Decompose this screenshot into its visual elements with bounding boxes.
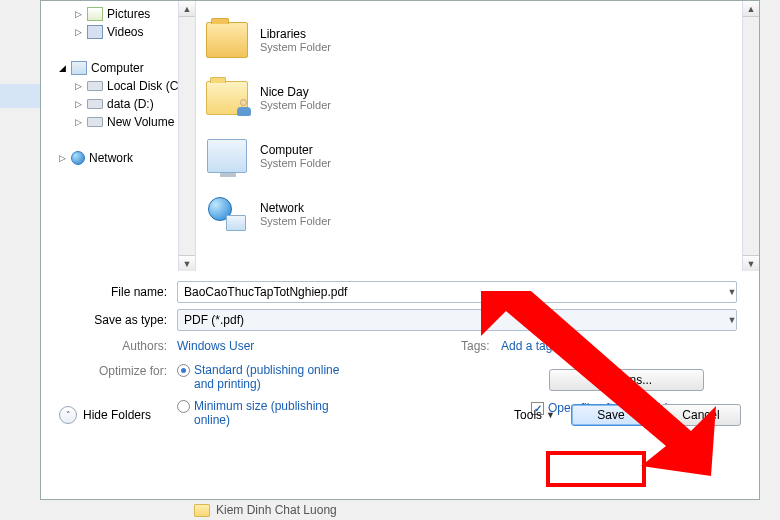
tools-menu[interactable]: Tools ▼ — [514, 408, 555, 422]
folder-name: Libraries — [260, 27, 331, 41]
tree-label: Local Disk (C:) — [107, 78, 186, 94]
expand-icon: ▷ — [73, 81, 83, 91]
folder-icon — [206, 81, 248, 115]
collapse-icon: ◢ — [57, 63, 67, 73]
tools-label: Tools — [514, 408, 542, 422]
authors-value[interactable]: Windows User — [177, 339, 254, 353]
background-selection-strip — [0, 84, 40, 108]
folder-icon — [194, 504, 210, 517]
scroll-down-icon[interactable]: ▼ — [743, 255, 759, 271]
folder-type: System Folder — [260, 157, 331, 169]
folder-name: Nice Day — [260, 85, 331, 99]
radio-standard[interactable]: Standard (publishing online and printing… — [177, 363, 354, 391]
cancel-button[interactable]: Cancel — [661, 404, 741, 426]
tree-item-local-c[interactable]: ▷ Local Disk (C:) — [43, 77, 193, 95]
disk-icon — [87, 99, 103, 109]
expand-icon: ▷ — [73, 99, 83, 109]
folder-name: Computer — [260, 143, 331, 157]
folder-type: System Folder — [260, 41, 331, 53]
savetype-combo[interactable] — [177, 309, 737, 331]
savetype-label: Save as type: — [59, 313, 171, 327]
filename-label: File name: — [59, 285, 171, 299]
options-button[interactable]: Options... — [549, 369, 704, 391]
network-icon — [71, 151, 85, 165]
optimize-label: Optimize for: — [59, 363, 171, 378]
form-area: File name: ▼ Save as type: ▼ Authors: Wi… — [41, 271, 759, 437]
filename-input[interactable] — [177, 281, 737, 303]
scroll-up-icon[interactable]: ▲ — [743, 1, 759, 17]
annotation-highlight-box — [546, 451, 646, 487]
folder-item-niceday[interactable]: Nice Day System Folder — [204, 69, 751, 127]
radio-label: Standard (publishing online and printing… — [194, 363, 354, 391]
cancel-label: Cancel — [682, 408, 719, 422]
upper-pane: ▷ Pictures ▷ Videos ◢ Computer ▷ Local D… — [41, 1, 759, 271]
authors-label: Authors: — [59, 339, 171, 353]
tree-item-videos[interactable]: ▷ Videos — [43, 23, 193, 41]
tags-value[interactable]: Add a tag — [501, 339, 552, 353]
tree-label: Network — [89, 150, 133, 166]
save-label: Save — [597, 408, 624, 422]
folder-name: Network — [260, 201, 331, 215]
tree-label: data (D:) — [107, 96, 154, 112]
tree-label: Pictures — [107, 6, 150, 22]
expand-icon: ▷ — [73, 117, 83, 127]
folder-item-network[interactable]: Network System Folder — [204, 185, 751, 243]
tree-item-computer[interactable]: ◢ Computer — [43, 59, 193, 77]
tree-item-pictures[interactable]: ▷ Pictures — [43, 5, 193, 23]
folder-item-computer[interactable]: Computer System Folder — [204, 127, 751, 185]
folder-list[interactable]: Libraries System Folder Nice Day System … — [196, 1, 759, 271]
tree-item-new-volume[interactable]: ▷ New Volume (E — [43, 113, 193, 131]
tree-label: Videos — [107, 24, 143, 40]
libraries-icon — [206, 22, 248, 58]
background-folder-hint: Kiem Dinh Chat Luong — [194, 503, 337, 517]
radio-icon — [177, 364, 190, 377]
scroll-up-icon[interactable]: ▲ — [179, 1, 195, 17]
tags-label: Tags: — [461, 339, 494, 353]
computer-icon — [71, 61, 87, 75]
navigation-tree[interactable]: ▷ Pictures ▷ Videos ◢ Computer ▷ Local D… — [41, 1, 196, 271]
chevron-down-icon: ▼ — [546, 410, 555, 420]
tree-item-network[interactable]: ▷ Network — [43, 149, 193, 167]
hide-folders-button[interactable]: ˄ Hide Folders — [59, 406, 151, 424]
videos-icon — [87, 25, 103, 39]
tree-scrollbar[interactable]: ▲ ▼ — [178, 1, 195, 271]
expand-icon: ▷ — [73, 9, 83, 19]
list-scrollbar[interactable]: ▲ ▼ — [742, 1, 759, 271]
background-folder-label: Kiem Dinh Chat Luong — [216, 503, 337, 517]
scroll-down-icon[interactable]: ▼ — [179, 255, 195, 271]
tree-item-data-d[interactable]: ▷ data (D:) — [43, 95, 193, 113]
computer-icon — [207, 139, 247, 173]
disk-icon — [87, 117, 103, 127]
folder-type: System Folder — [260, 215, 331, 227]
pictures-icon — [87, 7, 103, 21]
folder-type: System Folder — [260, 99, 331, 111]
save-as-dialog: ▷ Pictures ▷ Videos ◢ Computer ▷ Local D… — [40, 0, 760, 500]
expand-icon: ▷ — [57, 153, 67, 163]
hide-folders-label: Hide Folders — [83, 408, 151, 422]
save-button[interactable]: Save — [571, 404, 651, 426]
disk-icon — [87, 81, 103, 91]
folder-item-libraries[interactable]: Libraries System Folder — [204, 11, 751, 69]
network-icon — [208, 197, 246, 231]
chevron-up-icon: ˄ — [59, 406, 77, 424]
tree-label: Computer — [91, 60, 144, 76]
expand-icon: ▷ — [73, 27, 83, 37]
